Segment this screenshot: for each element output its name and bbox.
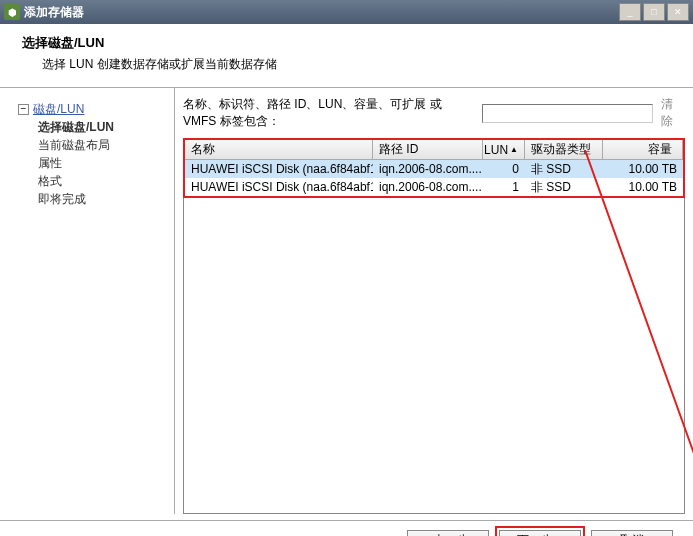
cell-drive: 非 SSD (525, 178, 603, 196)
step-current-layout[interactable]: 当前磁盘布局 (38, 136, 174, 154)
content-pane: 名称、标识符、路径 ID、LUN、容量、可扩展 或 VMFS 标签包含： 清除 … (175, 88, 693, 514)
app-icon: ⬢ (4, 4, 20, 20)
filter-bar: 名称、标识符、路径 ID、LUN、容量、可扩展 或 VMFS 标签包含： 清除 (183, 96, 685, 130)
minimize-button[interactable]: _ (619, 3, 641, 21)
titlebar: ⬢ 添加存储器 _ □ ✕ (0, 0, 693, 24)
step-format[interactable]: 格式 (38, 172, 174, 190)
table-empty-area (183, 198, 685, 514)
cell-capacity: 10.00 TB (603, 160, 683, 178)
step-parent[interactable]: 磁盘/LUN (33, 101, 84, 118)
col-lun-header[interactable]: LUN▲ (483, 140, 525, 159)
next-button[interactable]: 下一步 ≥ (499, 530, 581, 537)
cell-path: iqn.2006-08.com.... (373, 160, 483, 178)
cancel-button[interactable]: 取消 (591, 530, 673, 537)
disk-table: 名称 路径 ID LUN▲ 驱动器类型 容量 HUAWEI iSCSI Disk… (183, 138, 685, 198)
sort-asc-icon: ▲ (510, 145, 518, 154)
cell-name: HUAWEI iSCSI Disk (naa.6f84abf10... (185, 178, 373, 196)
filter-label: 名称、标识符、路径 ID、LUN、容量、可扩展 或 VMFS 标签包含： (183, 96, 478, 130)
collapse-icon[interactable]: − (18, 104, 29, 115)
step-select-disk[interactable]: 选择磁盘/LUN (38, 118, 174, 136)
col-path-header[interactable]: 路径 ID (373, 140, 483, 159)
table-row[interactable]: HUAWEI iSCSI Disk (naa.6f84abf10... iqn.… (185, 160, 683, 178)
table-header: 名称 路径 ID LUN▲ 驱动器类型 容量 (185, 140, 683, 160)
col-capacity-header[interactable]: 容量 (603, 140, 683, 159)
wizard-footer: ≤上一步 下一步 ≥ 取消 (0, 520, 693, 536)
window-title: 添加存储器 (24, 4, 619, 21)
cell-drive: 非 SSD (525, 160, 603, 178)
close-button[interactable]: ✕ (667, 3, 689, 21)
page-title: 选择磁盘/LUN (22, 34, 671, 52)
window-controls: _ □ ✕ (619, 3, 689, 21)
filter-input[interactable] (482, 104, 653, 123)
clear-filter-link[interactable]: 清除 (657, 96, 685, 130)
maximize-button[interactable]: □ (643, 3, 665, 21)
col-drive-header[interactable]: 驱动器类型 (525, 140, 603, 159)
tree-parent-row[interactable]: − 磁盘/LUN (18, 100, 174, 118)
col-name-header[interactable]: 名称 (185, 140, 373, 159)
step-properties[interactable]: 属性 (38, 154, 174, 172)
step-ready[interactable]: 即将完成 (38, 190, 174, 208)
cell-name: HUAWEI iSCSI Disk (naa.6f84abf10... (185, 160, 373, 178)
next-button-highlight: 下一步 ≥ (495, 526, 585, 537)
cell-capacity: 10.00 TB (603, 178, 683, 196)
wizard-steps-sidebar: − 磁盘/LUN 选择磁盘/LUN 当前磁盘布局 属性 格式 即将完成 (0, 88, 175, 514)
wizard-header: 选择磁盘/LUN 选择 LUN 创建数据存储或扩展当前数据存储 (0, 24, 693, 88)
cell-lun: 0 (483, 160, 525, 178)
page-subtitle: 选择 LUN 创建数据存储或扩展当前数据存储 (42, 56, 671, 73)
back-button[interactable]: ≤上一步 (407, 530, 489, 537)
table-row[interactable]: HUAWEI iSCSI Disk (naa.6f84abf10... iqn.… (185, 178, 683, 196)
cell-lun: 1 (483, 178, 525, 196)
cell-path: iqn.2006-08.com.... (373, 178, 483, 196)
